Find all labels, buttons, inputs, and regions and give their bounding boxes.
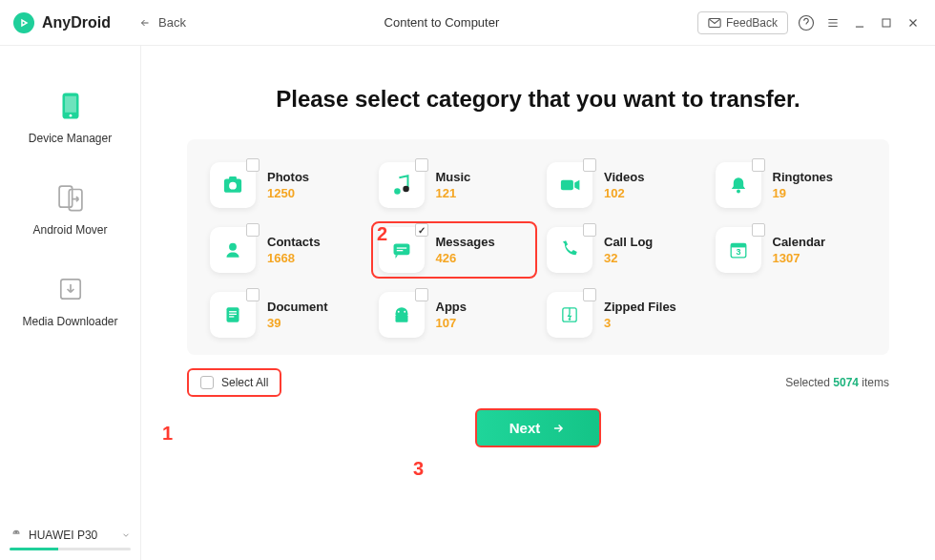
device-manager-icon [52,88,89,124]
next-button[interactable]: Next [475,408,602,447]
svg-rect-16 [561,180,573,190]
music-icon [379,162,425,208]
videos-icon [547,162,592,208]
select-all-checkbox[interactable] [200,376,214,389]
menu-button[interactable] [824,14,842,31]
category-checkbox[interactable] [583,223,596,237]
category-checkbox[interactable] [583,158,596,172]
arrow-right-icon [550,422,567,435]
sidebar-item-label: Device Manager [0,132,140,145]
main-content: Please select category that you want to … [141,46,935,560]
device-name: HUAWEI P30 [29,529,97,542]
category-label: Call Log [604,235,653,249]
close-button[interactable] [904,14,922,31]
calendar-icon: 3 [716,227,761,273]
svg-point-5 [69,114,72,117]
category-apps[interactable]: Apps107 [379,292,530,338]
back-button[interactable]: Back [137,15,186,30]
titlebar: AnyDroid Back Content to Computer FeedBa… [0,0,935,46]
titlebar-right: FeedBack [697,11,922,34]
category-panel: Photos1250Music121Videos102Ringtones19Co… [187,139,889,355]
svg-rect-27 [229,314,237,315]
next-label: Next [509,420,541,436]
svg-rect-21 [396,250,403,251]
category-label: Ringtones [773,170,834,184]
sidebar-item-media-downloader[interactable]: Media Downloader [0,258,140,349]
category-label: Videos [604,170,644,184]
sidebar-item-label: Media Downloader [0,315,140,328]
back-label: Back [158,15,186,30]
arrow-left-icon [137,17,153,29]
svg-point-10 [17,532,18,533]
page-title: Content to Computer [186,15,697,30]
call-log-icon [547,227,592,273]
category-checkbox[interactable] [246,288,260,301]
category-count: 39 [267,316,328,330]
maximize-button[interactable] [878,14,895,31]
select-all-label: Select All [221,376,268,389]
category-count: 102 [604,186,644,200]
category-count: 1307 [773,251,826,265]
svg-rect-31 [395,315,407,322]
svg-rect-26 [229,311,237,312]
category-zipped-files[interactable]: Zipped Files3 [547,292,698,338]
category-photos[interactable]: Photos1250 [210,162,362,208]
chevron-down-icon [121,530,131,540]
svg-point-17 [737,190,740,194]
svg-rect-4 [65,96,76,113]
app-name: AnyDroid [42,14,111,31]
main-heading: Please select category that you want to … [141,86,935,113]
minimize-button[interactable] [851,14,868,31]
sidebar-item-device-manager[interactable]: Device Manager [0,74,140,166]
svg-rect-2 [883,19,890,27]
select-all-button[interactable]: Select All [187,368,281,397]
category-label: Photos [267,170,309,184]
category-label: Messages [436,235,495,249]
svg-rect-28 [229,316,234,317]
help-button[interactable] [798,14,815,31]
photos-icon [210,162,256,208]
category-checkbox[interactable] [246,158,260,172]
category-label: Contacts [267,235,321,249]
category-messages[interactable]: Messages426 [371,221,538,279]
category-label: Document [267,300,328,314]
category-count: 32 [604,251,653,265]
category-checkbox[interactable] [752,223,765,237]
device-storage-bar [10,548,131,550]
category-call-log[interactable]: Call Log32 [547,227,698,273]
logo-mark-icon [13,12,34,33]
category-checkbox[interactable] [246,223,260,237]
category-count: 121 [436,186,471,200]
svg-rect-19 [393,244,409,256]
svg-point-14 [394,188,401,195]
category-checkbox[interactable] [415,288,428,301]
category-label: Apps [436,300,468,314]
category-contacts[interactable]: Contacts1668 [210,227,362,273]
category-checkbox[interactable] [583,288,596,301]
category-ringtones[interactable]: Ringtones19 [716,162,867,208]
category-videos[interactable]: Videos102 [547,162,698,208]
selected-info: Selected 5074 items [785,376,889,389]
category-calendar[interactable]: 3Calendar1307 [716,227,867,273]
feedback-button[interactable]: FeedBack [697,11,788,34]
svg-point-30 [404,311,405,313]
document-icon [210,292,256,338]
android-icon [10,529,23,542]
category-checkbox[interactable] [752,158,765,172]
svg-point-15 [403,186,409,193]
category-document[interactable]: Document39 [210,292,362,338]
category-count: 107 [436,316,468,330]
category-checkbox[interactable] [415,158,428,172]
svg-text:3: 3 [736,247,740,257]
svg-rect-13 [229,176,237,180]
sidebar-item-android-mover[interactable]: Android Mover [0,166,140,258]
svg-point-9 [14,532,15,533]
device-status[interactable]: HUAWEI P30 [10,529,131,550]
category-checkbox[interactable] [415,223,428,237]
contacts-icon [210,227,256,273]
app-logo: AnyDroid [13,12,137,33]
svg-point-18 [229,243,237,251]
zipped-files-icon [547,292,592,338]
ringtones-icon [716,162,761,208]
category-music[interactable]: Music121 [379,162,530,208]
